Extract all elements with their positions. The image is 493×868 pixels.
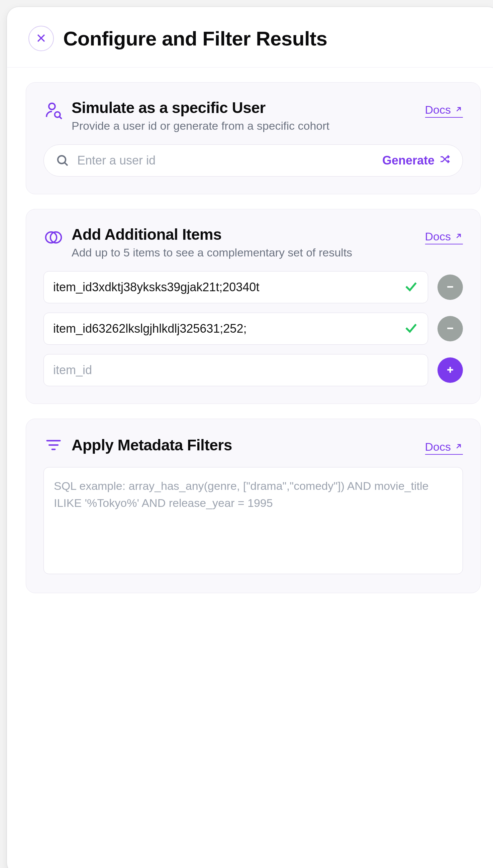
search-icon [56,154,69,167]
user-search-icon [43,101,64,121]
simulate-user-card: Simulate as a specific User Provide a us… [26,82,480,194]
add-item-button[interactable] [437,357,463,383]
user-id-input-wrap: Generate [43,144,463,177]
svg-point-1 [55,112,60,117]
items-subtitle: Add up to 5 items to see a complementary… [71,246,417,259]
card-header: Apply Metadata Filters Docs [43,435,463,455]
close-button[interactable] [28,26,54,51]
filter-icon [43,435,64,455]
card-header: Add Additional Items Add up to 5 items t… [43,225,463,259]
external-link-icon [454,103,463,116]
additional-items-card: Add Additional Items Add up to 5 items t… [26,209,480,404]
item-row [43,271,463,303]
filters-title: Apply Metadata Filters [71,436,417,454]
docs-link-label: Docs [425,230,451,243]
panel-title: Configure and Filter Results [63,27,327,50]
close-icon [36,32,47,45]
panel-header: Configure and Filter Results [7,7,493,68]
minus-icon [445,323,455,334]
docs-link-simulate[interactable]: Docs [425,103,463,118]
item-id-input[interactable] [53,280,397,294]
generate-button[interactable]: Generate [382,154,451,168]
shuffle-icon [439,154,451,168]
simulate-title: Simulate as a specific User [71,98,417,117]
docs-link-filters[interactable]: Docs [425,440,463,455]
external-link-icon [454,230,463,243]
item-input-wrap [43,354,428,386]
svg-point-2 [58,156,66,163]
panel-body: Simulate as a specific User Provide a us… [7,68,493,608]
item-input-wrap [43,313,428,345]
overlap-icon [43,227,64,247]
svg-point-0 [49,103,55,110]
check-icon [404,321,419,337]
minus-icon [445,282,455,293]
check-icon [404,279,419,295]
remove-item-button[interactable] [437,316,463,341]
item-row [43,313,463,345]
configure-panel: Configure and Filter Results Simulate as… [7,7,493,868]
remove-item-button[interactable] [437,274,463,300]
item-input-wrap [43,271,428,303]
item-id-input-new[interactable] [53,363,419,377]
docs-link-label: Docs [425,440,451,453]
simulate-subtitle: Provide a user id or generate from a spe… [71,119,417,132]
item-row-new [43,354,463,386]
sql-filter-textarea[interactable] [43,467,463,574]
generate-label: Generate [382,154,434,168]
docs-link-items[interactable]: Docs [425,230,463,244]
docs-link-label: Docs [425,103,451,116]
metadata-filters-card: Apply Metadata Filters Docs [26,419,480,593]
user-id-input[interactable] [77,154,374,168]
card-header: Simulate as a specific User Provide a us… [43,98,463,132]
items-title: Add Additional Items [71,225,417,243]
plus-icon [445,365,455,376]
item-id-input[interactable] [53,322,397,336]
external-link-icon [454,440,463,453]
